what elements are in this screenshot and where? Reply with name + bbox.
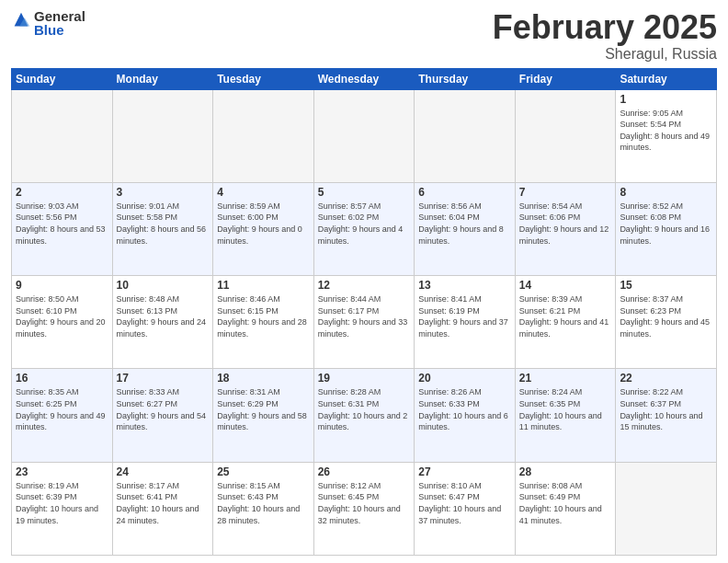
day-info: Sunrise: 8:33 AM Sunset: 6:27 PM Dayligh… (117, 386, 210, 432)
calendar-header-row: Sunday Monday Tuesday Wednesday Thursday… (12, 68, 717, 89)
day-info: Sunrise: 8:48 AM Sunset: 6:13 PM Dayligh… (117, 293, 210, 339)
day-info: Sunrise: 8:39 AM Sunset: 6:21 PM Dayligh… (519, 293, 612, 339)
day-info: Sunrise: 8:44 AM Sunset: 6:17 PM Dayligh… (318, 293, 411, 339)
day-info: Sunrise: 8:10 AM Sunset: 6:47 PM Dayligh… (418, 480, 511, 526)
table-row: 9Sunrise: 8:50 AM Sunset: 6:10 PM Daylig… (12, 276, 113, 369)
day-info: Sunrise: 8:08 AM Sunset: 6:49 PM Dayligh… (519, 480, 612, 526)
col-sunday: Sunday (12, 68, 113, 89)
day-number: 24 (117, 465, 210, 478)
day-number: 27 (418, 465, 511, 478)
col-tuesday: Tuesday (213, 68, 314, 89)
logo: General Blue (11, 9, 85, 37)
calendar-table: Sunday Monday Tuesday Wednesday Thursday… (11, 68, 717, 556)
day-number: 17 (117, 372, 210, 385)
table-row: 28Sunrise: 8:08 AM Sunset: 6:49 PM Dayli… (515, 462, 616, 555)
col-saturday: Saturday (616, 68, 717, 89)
table-row: 7Sunrise: 8:54 AM Sunset: 6:06 PM Daylig… (515, 182, 616, 275)
day-info: Sunrise: 8:26 AM Sunset: 6:33 PM Dayligh… (418, 386, 511, 432)
table-row: 21Sunrise: 8:24 AM Sunset: 6:35 PM Dayli… (515, 369, 616, 462)
day-number: 25 (217, 465, 310, 478)
header: General Blue February 2025 Sheragul, Rus… (11, 9, 717, 63)
day-info: Sunrise: 8:50 AM Sunset: 6:10 PM Dayligh… (16, 293, 108, 339)
table-row: 20Sunrise: 8:26 AM Sunset: 6:33 PM Dayli… (415, 369, 516, 462)
table-row: 13Sunrise: 8:41 AM Sunset: 6:19 PM Dayli… (415, 276, 516, 369)
calendar-week-row: 2Sunrise: 9:03 AM Sunset: 5:56 PM Daylig… (12, 182, 717, 275)
day-number: 23 (16, 465, 108, 478)
table-row: 14Sunrise: 8:39 AM Sunset: 6:21 PM Dayli… (515, 276, 616, 369)
table-row: 23Sunrise: 8:19 AM Sunset: 6:39 PM Dayli… (12, 462, 113, 555)
day-number: 13 (418, 279, 511, 292)
day-info: Sunrise: 8:56 AM Sunset: 6:04 PM Dayligh… (418, 201, 511, 247)
day-number: 11 (217, 279, 310, 292)
col-monday: Monday (112, 68, 213, 89)
table-row: 11Sunrise: 8:46 AM Sunset: 6:15 PM Dayli… (213, 276, 314, 369)
day-number: 16 (16, 372, 108, 385)
table-row (616, 462, 717, 555)
table-row: 24Sunrise: 8:17 AM Sunset: 6:41 PM Dayli… (112, 462, 213, 555)
day-number: 14 (519, 279, 612, 292)
calendar-week-row: 9Sunrise: 8:50 AM Sunset: 6:10 PM Daylig… (12, 276, 717, 369)
day-info: Sunrise: 8:54 AM Sunset: 6:06 PM Dayligh… (519, 201, 612, 247)
logo-icon (11, 11, 31, 31)
calendar-title: February 2025 (493, 9, 717, 46)
day-number: 15 (620, 279, 712, 292)
day-info: Sunrise: 8:35 AM Sunset: 6:25 PM Dayligh… (16, 386, 108, 432)
day-number: 10 (117, 279, 210, 292)
day-number: 19 (318, 372, 411, 385)
day-info: Sunrise: 9:03 AM Sunset: 5:56 PM Dayligh… (16, 201, 108, 247)
calendar-week-row: 23Sunrise: 8:19 AM Sunset: 6:39 PM Dayli… (12, 462, 717, 555)
day-info: Sunrise: 8:31 AM Sunset: 6:29 PM Dayligh… (217, 386, 310, 432)
day-info: Sunrise: 8:12 AM Sunset: 6:45 PM Dayligh… (318, 480, 411, 526)
logo-text: General Blue (34, 9, 85, 37)
day-number: 1 (620, 93, 712, 106)
day-number: 6 (418, 186, 511, 199)
calendar-week-row: 1Sunrise: 9:05 AM Sunset: 5:54 PM Daylig… (12, 89, 717, 182)
day-number: 5 (318, 186, 411, 199)
calendar-location: Sheragul, Russia (493, 46, 717, 63)
day-info: Sunrise: 8:24 AM Sunset: 6:35 PM Dayligh… (519, 386, 612, 432)
table-row: 5Sunrise: 8:57 AM Sunset: 6:02 PM Daylig… (313, 182, 415, 275)
col-thursday: Thursday (415, 68, 516, 89)
col-wednesday: Wednesday (313, 68, 415, 89)
day-number: 21 (519, 372, 612, 385)
day-info: Sunrise: 9:01 AM Sunset: 5:58 PM Dayligh… (117, 201, 210, 247)
table-row: 12Sunrise: 8:44 AM Sunset: 6:17 PM Dayli… (313, 276, 415, 369)
table-row (415, 89, 516, 182)
calendar-body: 1Sunrise: 9:05 AM Sunset: 5:54 PM Daylig… (12, 89, 717, 555)
day-number: 3 (117, 186, 210, 199)
main-container: General Blue February 2025 Sheragul, Rus… (0, 0, 728, 563)
day-number: 26 (318, 465, 411, 478)
table-row: 6Sunrise: 8:56 AM Sunset: 6:04 PM Daylig… (415, 182, 516, 275)
day-number: 22 (620, 372, 712, 385)
col-friday: Friday (515, 68, 616, 89)
day-info: Sunrise: 8:22 AM Sunset: 6:37 PM Dayligh… (620, 386, 712, 432)
logo-general-text: General (34, 9, 85, 23)
table-row (12, 89, 113, 182)
table-row: 10Sunrise: 8:48 AM Sunset: 6:13 PM Dayli… (112, 276, 213, 369)
calendar-week-row: 16Sunrise: 8:35 AM Sunset: 6:25 PM Dayli… (12, 369, 717, 462)
day-number: 2 (16, 186, 108, 199)
day-number: 4 (217, 186, 310, 199)
table-row: 2Sunrise: 9:03 AM Sunset: 5:56 PM Daylig… (12, 182, 113, 275)
table-row (313, 89, 415, 182)
table-row: 25Sunrise: 8:15 AM Sunset: 6:43 PM Dayli… (213, 462, 314, 555)
day-info: Sunrise: 8:28 AM Sunset: 6:31 PM Dayligh… (318, 386, 411, 432)
title-block: February 2025 Sheragul, Russia (493, 9, 717, 63)
day-info: Sunrise: 8:15 AM Sunset: 6:43 PM Dayligh… (217, 480, 310, 526)
day-number: 20 (418, 372, 511, 385)
day-number: 7 (519, 186, 612, 199)
day-number: 28 (519, 465, 612, 478)
table-row (112, 89, 213, 182)
table-row: 26Sunrise: 8:12 AM Sunset: 6:45 PM Dayli… (313, 462, 415, 555)
logo-blue-text: Blue (34, 23, 85, 37)
table-row: 1Sunrise: 9:05 AM Sunset: 5:54 PM Daylig… (616, 89, 717, 182)
day-info: Sunrise: 8:19 AM Sunset: 6:39 PM Dayligh… (16, 480, 108, 526)
day-number: 8 (620, 186, 712, 199)
table-row: 18Sunrise: 8:31 AM Sunset: 6:29 PM Dayli… (213, 369, 314, 462)
table-row: 19Sunrise: 8:28 AM Sunset: 6:31 PM Dayli… (313, 369, 415, 462)
day-info: Sunrise: 8:57 AM Sunset: 6:02 PM Dayligh… (318, 201, 411, 247)
day-info: Sunrise: 8:59 AM Sunset: 6:00 PM Dayligh… (217, 201, 310, 247)
table-row: 17Sunrise: 8:33 AM Sunset: 6:27 PM Dayli… (112, 369, 213, 462)
table-row: 4Sunrise: 8:59 AM Sunset: 6:00 PM Daylig… (213, 182, 314, 275)
day-info: Sunrise: 8:17 AM Sunset: 6:41 PM Dayligh… (117, 480, 210, 526)
